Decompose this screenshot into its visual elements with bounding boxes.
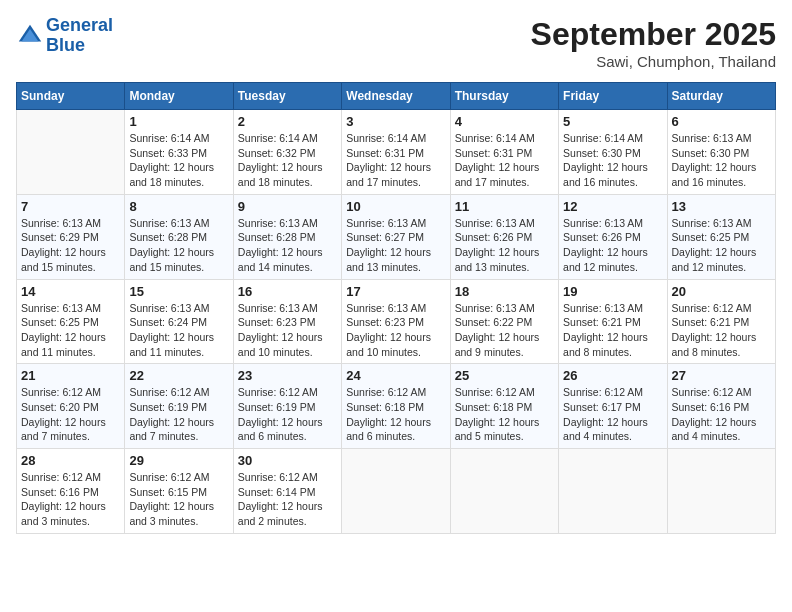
day-info: Sunrise: 6:13 AM Sunset: 6:30 PM Dayligh… [672,131,771,190]
calendar-week-row: 21Sunrise: 6:12 AM Sunset: 6:20 PM Dayli… [17,364,776,449]
calendar-cell: 15Sunrise: 6:13 AM Sunset: 6:24 PM Dayli… [125,279,233,364]
calendar-cell: 24Sunrise: 6:12 AM Sunset: 6:18 PM Dayli… [342,364,450,449]
calendar-cell: 21Sunrise: 6:12 AM Sunset: 6:20 PM Dayli… [17,364,125,449]
calendar-cell [667,449,775,534]
day-number: 28 [21,453,120,468]
day-number: 19 [563,284,662,299]
weekday-header: Monday [125,83,233,110]
weekday-header: Friday [559,83,667,110]
calendar-header-row: SundayMondayTuesdayWednesdayThursdayFrid… [17,83,776,110]
day-number: 21 [21,368,120,383]
day-info: Sunrise: 6:14 AM Sunset: 6:32 PM Dayligh… [238,131,337,190]
weekday-header: Tuesday [233,83,341,110]
calendar-cell: 19Sunrise: 6:13 AM Sunset: 6:21 PM Dayli… [559,279,667,364]
day-number: 16 [238,284,337,299]
day-info: Sunrise: 6:12 AM Sunset: 6:20 PM Dayligh… [21,385,120,444]
calendar-cell: 3Sunrise: 6:14 AM Sunset: 6:31 PM Daylig… [342,110,450,195]
day-number: 9 [238,199,337,214]
weekday-header: Sunday [17,83,125,110]
day-info: Sunrise: 6:14 AM Sunset: 6:31 PM Dayligh… [455,131,554,190]
day-info: Sunrise: 6:12 AM Sunset: 6:18 PM Dayligh… [455,385,554,444]
logo-line1: General [46,15,113,35]
day-number: 13 [672,199,771,214]
calendar-cell: 11Sunrise: 6:13 AM Sunset: 6:26 PM Dayli… [450,194,558,279]
day-info: Sunrise: 6:12 AM Sunset: 6:17 PM Dayligh… [563,385,662,444]
calendar-cell: 30Sunrise: 6:12 AM Sunset: 6:14 PM Dayli… [233,449,341,534]
calendar-cell: 29Sunrise: 6:12 AM Sunset: 6:15 PM Dayli… [125,449,233,534]
day-number: 2 [238,114,337,129]
logo-icon [16,22,44,50]
day-info: Sunrise: 6:14 AM Sunset: 6:31 PM Dayligh… [346,131,445,190]
weekday-header: Saturday [667,83,775,110]
calendar-week-row: 28Sunrise: 6:12 AM Sunset: 6:16 PM Dayli… [17,449,776,534]
day-number: 4 [455,114,554,129]
day-info: Sunrise: 6:12 AM Sunset: 6:16 PM Dayligh… [21,470,120,529]
calendar-cell [342,449,450,534]
calendar-cell: 16Sunrise: 6:13 AM Sunset: 6:23 PM Dayli… [233,279,341,364]
calendar-cell: 10Sunrise: 6:13 AM Sunset: 6:27 PM Dayli… [342,194,450,279]
calendar-cell: 9Sunrise: 6:13 AM Sunset: 6:28 PM Daylig… [233,194,341,279]
calendar-cell [17,110,125,195]
page-header: General Blue September 2025 Sawi, Chumph… [16,16,776,70]
day-info: Sunrise: 6:13 AM Sunset: 6:23 PM Dayligh… [238,301,337,360]
location: Sawi, Chumphon, Thailand [531,53,776,70]
calendar-cell: 14Sunrise: 6:13 AM Sunset: 6:25 PM Dayli… [17,279,125,364]
day-info: Sunrise: 6:12 AM Sunset: 6:14 PM Dayligh… [238,470,337,529]
day-number: 1 [129,114,228,129]
day-info: Sunrise: 6:13 AM Sunset: 6:26 PM Dayligh… [563,216,662,275]
day-number: 11 [455,199,554,214]
day-number: 24 [346,368,445,383]
calendar-cell: 2Sunrise: 6:14 AM Sunset: 6:32 PM Daylig… [233,110,341,195]
day-info: Sunrise: 6:12 AM Sunset: 6:19 PM Dayligh… [129,385,228,444]
logo-line2: Blue [46,35,85,55]
calendar-cell: 23Sunrise: 6:12 AM Sunset: 6:19 PM Dayli… [233,364,341,449]
calendar-week-row: 14Sunrise: 6:13 AM Sunset: 6:25 PM Dayli… [17,279,776,364]
calendar-cell: 4Sunrise: 6:14 AM Sunset: 6:31 PM Daylig… [450,110,558,195]
calendar-cell: 22Sunrise: 6:12 AM Sunset: 6:19 PM Dayli… [125,364,233,449]
calendar-cell: 25Sunrise: 6:12 AM Sunset: 6:18 PM Dayli… [450,364,558,449]
calendar-cell: 8Sunrise: 6:13 AM Sunset: 6:28 PM Daylig… [125,194,233,279]
calendar-cell: 28Sunrise: 6:12 AM Sunset: 6:16 PM Dayli… [17,449,125,534]
day-info: Sunrise: 6:13 AM Sunset: 6:25 PM Dayligh… [21,301,120,360]
day-number: 6 [672,114,771,129]
day-info: Sunrise: 6:12 AM Sunset: 6:19 PM Dayligh… [238,385,337,444]
day-info: Sunrise: 6:12 AM Sunset: 6:21 PM Dayligh… [672,301,771,360]
day-info: Sunrise: 6:12 AM Sunset: 6:18 PM Dayligh… [346,385,445,444]
day-info: Sunrise: 6:13 AM Sunset: 6:21 PM Dayligh… [563,301,662,360]
calendar-cell: 20Sunrise: 6:12 AM Sunset: 6:21 PM Dayli… [667,279,775,364]
day-info: Sunrise: 6:14 AM Sunset: 6:30 PM Dayligh… [563,131,662,190]
day-number: 25 [455,368,554,383]
day-number: 23 [238,368,337,383]
day-number: 17 [346,284,445,299]
day-info: Sunrise: 6:13 AM Sunset: 6:22 PM Dayligh… [455,301,554,360]
day-number: 3 [346,114,445,129]
day-info: Sunrise: 6:13 AM Sunset: 6:23 PM Dayligh… [346,301,445,360]
calendar-cell: 26Sunrise: 6:12 AM Sunset: 6:17 PM Dayli… [559,364,667,449]
calendar-cell: 6Sunrise: 6:13 AM Sunset: 6:30 PM Daylig… [667,110,775,195]
day-info: Sunrise: 6:12 AM Sunset: 6:16 PM Dayligh… [672,385,771,444]
day-number: 10 [346,199,445,214]
day-number: 18 [455,284,554,299]
day-number: 12 [563,199,662,214]
day-number: 7 [21,199,120,214]
weekday-header: Thursday [450,83,558,110]
calendar-cell: 27Sunrise: 6:12 AM Sunset: 6:16 PM Dayli… [667,364,775,449]
day-info: Sunrise: 6:13 AM Sunset: 6:24 PM Dayligh… [129,301,228,360]
calendar-cell: 7Sunrise: 6:13 AM Sunset: 6:29 PM Daylig… [17,194,125,279]
day-number: 8 [129,199,228,214]
day-number: 30 [238,453,337,468]
day-info: Sunrise: 6:13 AM Sunset: 6:27 PM Dayligh… [346,216,445,275]
day-number: 14 [21,284,120,299]
day-number: 27 [672,368,771,383]
calendar-cell [559,449,667,534]
month-title: September 2025 [531,16,776,53]
calendar-week-row: 7Sunrise: 6:13 AM Sunset: 6:29 PM Daylig… [17,194,776,279]
title-block: September 2025 Sawi, Chumphon, Thailand [531,16,776,70]
day-info: Sunrise: 6:13 AM Sunset: 6:25 PM Dayligh… [672,216,771,275]
day-number: 29 [129,453,228,468]
day-number: 15 [129,284,228,299]
day-info: Sunrise: 6:13 AM Sunset: 6:28 PM Dayligh… [129,216,228,275]
calendar-table: SundayMondayTuesdayWednesdayThursdayFrid… [16,82,776,534]
calendar-week-row: 1Sunrise: 6:14 AM Sunset: 6:33 PM Daylig… [17,110,776,195]
calendar-cell: 5Sunrise: 6:14 AM Sunset: 6:30 PM Daylig… [559,110,667,195]
